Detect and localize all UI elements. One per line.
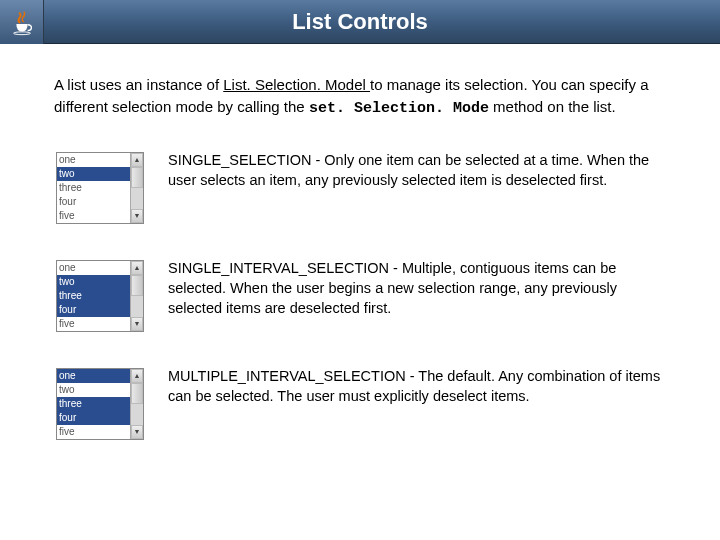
mode-description: MULTIPLE_INTERVAL_SELECTION - The defaul… [144,366,666,440]
scrollbar: ▲ ▼ [130,261,143,331]
list-item: two [57,275,130,289]
scroll-up-icon: ▲ [131,369,143,383]
scroll-up-icon: ▲ [131,153,143,167]
list-item: four [57,411,130,425]
intro-text-1: A list uses an instance of [54,76,223,93]
list-item: one [57,261,130,275]
slide-body: A list uses an instance of List. Selecti… [0,44,720,494]
svg-point-0 [13,31,30,34]
list-figure-single-interval: one two three four five ▲ ▼ [56,260,144,332]
scroll-thumb [131,167,143,188]
list-item: three [57,181,130,195]
list-item: four [57,195,130,209]
mode-row-multiple-interval: one two three four five ▲ ▼ MULTIPLE_INT… [54,366,666,440]
scroll-up-icon: ▲ [131,261,143,275]
list-item: two [57,383,130,397]
list-item: five [57,317,130,331]
intro-link: List. Selection. Model [223,76,370,93]
scroll-thumb [131,275,143,296]
intro-code: set. Selection. Mode [309,100,489,117]
list-figure-single: one two three four five ▲ ▼ [56,152,144,224]
list-item: three [57,397,130,411]
list-item: two [57,167,130,181]
scroll-down-icon: ▼ [131,425,143,439]
intro-paragraph: A list uses an instance of List. Selecti… [54,74,666,120]
java-cup-icon [7,7,37,37]
intro-text-3: method on the list. [489,98,616,115]
list-item: three [57,289,130,303]
slide-header: List Controls [0,0,720,44]
list-item: one [57,153,130,167]
scroll-down-icon: ▼ [131,317,143,331]
list-item: four [57,303,130,317]
list-figure-multiple-interval: one two three four five ▲ ▼ [56,368,144,440]
scrollbar: ▲ ▼ [130,369,143,439]
mode-description: SINGLE_INTERVAL_SELECTION - Multiple, co… [144,258,666,332]
mode-row-single-interval: one two three four five ▲ ▼ SINGLE_INTER… [54,258,666,332]
mode-description: SINGLE_SELECTION - Only one item can be … [144,150,666,224]
scrollbar: ▲ ▼ [130,153,143,223]
list-item: five [57,425,130,439]
scroll-thumb [131,383,143,404]
mode-row-single: one two three four five ▲ ▼ SINGLE_SELEC… [54,150,666,224]
slide-title: List Controls [44,9,720,35]
list-item: five [57,209,130,223]
java-logo [0,0,44,44]
list-item: one [57,369,130,383]
scroll-down-icon: ▼ [131,209,143,223]
